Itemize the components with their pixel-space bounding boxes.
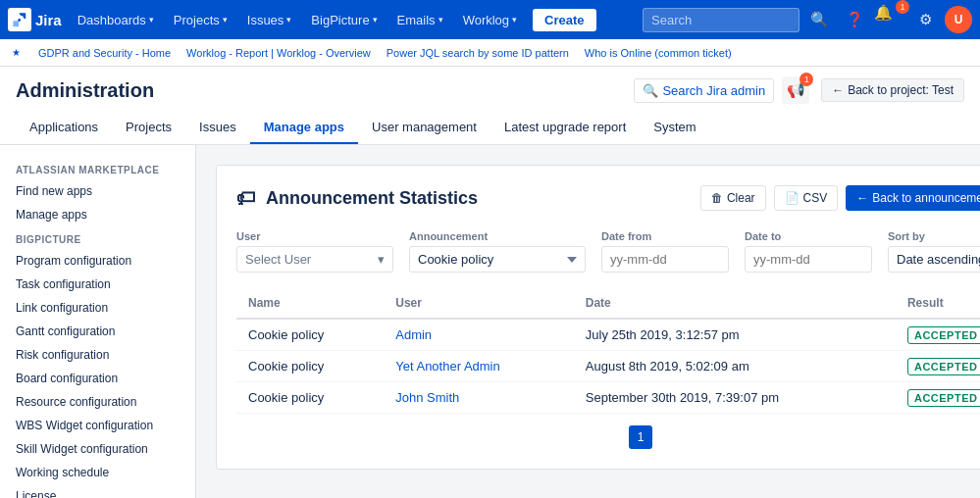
filter-date-from: Date from	[601, 230, 729, 273]
help-icon[interactable]: ❓	[839, 4, 870, 35]
date-to-input[interactable]	[745, 246, 872, 273]
top-nav: Jira Dashboards ▾ Projects ▾ Issues ▾ Bi…	[0, 0, 980, 39]
table-row: Cookie policy John Smith September 30th …	[236, 382, 980, 414]
sidebar-item-license[interactable]: License	[0, 484, 195, 498]
user-filter-label: User	[236, 230, 393, 242]
sidebar-item-manage-apps[interactable]: Manage apps	[0, 203, 195, 226]
chevron-down-icon: ▾	[223, 15, 228, 25]
chevron-down-icon: ▾	[149, 15, 154, 25]
nav-bigpicture[interactable]: BigPicture ▾	[303, 0, 385, 39]
header-actions: 🔍 Search Jira admin 📢 1 ← Back to projec…	[634, 76, 964, 104]
page-number-1[interactable]: 1	[629, 425, 652, 449]
pinned-link-gdpr[interactable]: GDPR and Security - Home	[38, 47, 171, 59]
filter-user: User Select User ▾	[236, 230, 393, 273]
tab-latest-upgrade[interactable]: Latest upgrade report	[490, 112, 640, 144]
chevron-down-icon: ▾	[373, 15, 378, 25]
avatar[interactable]: U	[945, 6, 972, 33]
sidebar-item-board-config[interactable]: Board configuration	[0, 367, 195, 390]
filters-row: User Select User ▾ Announcement Cookie p…	[236, 230, 980, 273]
col-name: Name	[236, 288, 384, 319]
cell-result: ACCEPTED	[896, 351, 980, 382]
cell-date: August 8th 2019, 5:02:09 am	[574, 351, 896, 382]
sort-label: Sort by	[888, 230, 980, 242]
csv-button[interactable]: 📄 CSV	[774, 185, 839, 211]
cell-date: September 30th 2019, 7:39:07 pm	[574, 382, 896, 414]
back-to-announcements-button[interactable]: ← Back to announcements	[846, 185, 980, 211]
sidebar-section-bigpicture: BIGPICTURE	[0, 226, 195, 249]
tab-manage-apps[interactable]: Manage apps	[250, 112, 358, 144]
notification-badge: 1	[896, 0, 909, 14]
date-to-label: Date to	[745, 230, 872, 242]
pagination: 1	[236, 425, 980, 449]
sidebar-item-find-new-apps[interactable]: Find new apps	[0, 179, 195, 203]
table-row: Cookie policy Admin July 25th 2019, 3:12…	[236, 319, 980, 351]
pinned-link-powerjql[interactable]: Power JQL search by some ID pattern	[387, 47, 569, 59]
table-row: Cookie policy Yet Another Admin August 8…	[236, 351, 980, 382]
tab-nav: Applications Projects Issues Manage apps…	[16, 112, 964, 144]
nav-dashboards[interactable]: Dashboards ▾	[70, 0, 162, 39]
sidebar-item-working-schedule[interactable]: Working schedule	[0, 461, 195, 484]
back-to-project-button[interactable]: ← Back to project: Test	[821, 78, 964, 102]
nav-projects[interactable]: Projects ▾	[166, 0, 235, 39]
download-icon: 📄	[785, 191, 799, 205]
page-title: Administration	[16, 79, 154, 102]
settings-icon[interactable]: ⚙	[909, 4, 941, 35]
date-from-input[interactable]	[601, 246, 729, 273]
cell-date: July 25th 2019, 3:12:57 pm	[574, 319, 896, 351]
cell-result: ACCEPTED	[896, 382, 980, 414]
layout: ATLASSIAN MARKETPLACE Find new apps Mana…	[0, 145, 980, 498]
pinned-link-worklog[interactable]: Worklog - Report | Worklog - Overview	[186, 47, 371, 59]
user-select[interactable]: Select User ▾	[236, 246, 393, 273]
sidebar-item-gantt-config[interactable]: Gantt configuration	[0, 320, 195, 343]
status-badge: ACCEPTED	[907, 326, 980, 344]
nav-worklog[interactable]: Worklog ▾	[455, 0, 525, 39]
sidebar-item-program-config[interactable]: Program configuration	[0, 249, 195, 273]
top-nav-right: 🔍 ❓ 🔔 1 ⚙ U	[643, 4, 972, 35]
logo[interactable]: Jira	[8, 8, 62, 31]
chevron-down-icon: ▾	[512, 15, 517, 25]
search-icon[interactable]: 🔍	[803, 4, 835, 35]
chevron-down-icon: ▾	[438, 15, 443, 25]
sidebar-item-resource-config[interactable]: Resource configuration	[0, 390, 195, 414]
cell-user[interactable]: Yet Another Admin	[384, 351, 574, 382]
nav-issues[interactable]: Issues ▾	[239, 0, 300, 39]
tab-applications[interactable]: Applications	[16, 112, 112, 144]
col-date: Date	[574, 288, 896, 319]
announcement-filter-label: Announcement	[409, 230, 586, 242]
create-button[interactable]: Create	[533, 9, 595, 31]
announcement-badge: 1	[799, 73, 813, 86]
pinned-bar: ★ GDPR and Security - Home Worklog - Rep…	[0, 39, 980, 67]
section-actions: 🗑 Clear 📄 CSV ← Back to announcements ▾	[700, 185, 980, 211]
pinned-link-online[interactable]: Who is Online (common ticket)	[585, 47, 732, 59]
content-card: 🏷 Announcement Statistics 🗑 Clear 📄 CSV …	[216, 165, 980, 470]
announcement-select[interactable]: Cookie policy	[409, 246, 586, 273]
cell-user[interactable]: John Smith	[384, 382, 574, 414]
logo-text: Jira	[35, 12, 62, 28]
notifications-icon[interactable]: 🔔 1	[874, 4, 905, 35]
sidebar-item-wbs-config[interactable]: WBS Widget configuration	[0, 414, 195, 437]
jira-icon	[8, 8, 31, 31]
jira-search-link[interactable]: 🔍 Search Jira admin	[634, 78, 774, 103]
filter-announcement: Announcement Cookie policy	[409, 230, 586, 273]
cell-user[interactable]: Admin	[384, 319, 574, 351]
clear-button[interactable]: 🗑 Clear	[700, 185, 766, 211]
search-input[interactable]	[643, 8, 799, 32]
tab-issues[interactable]: Issues	[185, 112, 250, 144]
sidebar-item-link-config[interactable]: Link configuration	[0, 296, 195, 320]
data-table: Name User Date Result Cookie policy Admi…	[236, 288, 980, 414]
tab-user-management[interactable]: User management	[358, 112, 490, 144]
status-badge: ACCEPTED	[907, 389, 980, 407]
sidebar-item-risk-config[interactable]: Risk configuration	[0, 343, 195, 367]
sidebar-item-skill-config[interactable]: Skill Widget configuration	[0, 437, 195, 461]
section-title: 🏷 Announcement Statistics	[236, 187, 478, 210]
sort-select[interactable]: Date ascending	[888, 246, 980, 273]
tab-system[interactable]: System	[640, 112, 709, 144]
nav-emails[interactable]: Emails ▾	[389, 0, 451, 39]
tab-projects[interactable]: Projects	[112, 112, 185, 144]
cell-result: ACCEPTED	[896, 319, 980, 351]
sidebar: ATLASSIAN MARKETPLACE Find new apps Mana…	[0, 145, 196, 498]
svg-rect-0	[13, 21, 19, 26]
sidebar-item-task-config[interactable]: Task configuration	[0, 273, 195, 296]
status-badge: ACCEPTED	[907, 358, 980, 375]
page-header: Administration 🔍 Search Jira admin 📢 1 ←…	[0, 67, 980, 145]
